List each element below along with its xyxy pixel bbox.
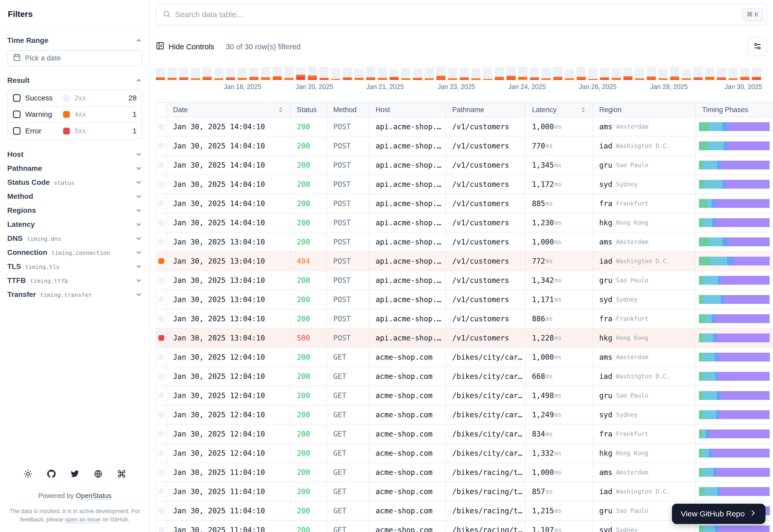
- header-date[interactable]: Date: [167, 103, 291, 117]
- histogram-bar[interactable]: [331, 67, 340, 80]
- table-row[interactable]: Jan 30, 2025 12:04:10200GETacme-shop.com…: [156, 444, 773, 463]
- openstatus-link[interactable]: OpenStatus: [76, 492, 111, 500]
- header-host[interactable]: Host: [369, 103, 446, 117]
- checkbox-success[interactable]: [13, 94, 21, 102]
- globe-icon[interactable]: [94, 469, 103, 478]
- header-region[interactable]: Region: [593, 103, 696, 117]
- table-row[interactable]: Jan 30, 2025 14:04:10200POSTapi.acme-sho…: [156, 213, 773, 233]
- checkbox-error[interactable]: [13, 127, 21, 135]
- result-filter-error[interactable]: Error5xx1: [8, 123, 142, 139]
- histogram-bar[interactable]: [553, 67, 562, 80]
- histogram-bar[interactable]: [261, 67, 270, 80]
- filter-section-host[interactable]: Host: [7, 147, 142, 161]
- histogram-bar[interactable]: [343, 67, 352, 80]
- header-latency[interactable]: Latency: [526, 103, 593, 117]
- table-row[interactable]: Jan 30, 2025 12:04:10200GETacme-shop.com…: [156, 386, 773, 405]
- histogram-bar[interactable]: [401, 67, 410, 80]
- header-method[interactable]: Method: [327, 103, 369, 117]
- header-status[interactable]: Status: [291, 103, 327, 117]
- date-picker-input[interactable]: Pick a date: [7, 50, 142, 66]
- histogram-bar[interactable]: [296, 67, 305, 80]
- view-github-repo-button[interactable]: View GitHub Repo: [672, 504, 765, 524]
- histogram-bar[interactable]: [390, 67, 399, 80]
- histogram-bar[interactable]: [506, 67, 515, 80]
- histogram-bar[interactable]: [413, 67, 422, 80]
- table-row[interactable]: Jan 30, 2025 12:04:10200GETacme-shop.com…: [156, 348, 773, 367]
- histogram-bar[interactable]: [740, 67, 749, 80]
- histogram-bar[interactable]: [191, 67, 200, 80]
- histogram-bar[interactable]: [576, 67, 586, 80]
- section-result[interactable]: Result: [7, 73, 142, 87]
- histogram-bar[interactable]: [530, 67, 539, 80]
- histogram-bar[interactable]: [378, 67, 387, 80]
- histogram-bar[interactable]: [425, 67, 434, 80]
- open-issue-link[interactable]: open an issue: [65, 516, 100, 523]
- histogram-bar[interactable]: [320, 67, 329, 80]
- histogram-bar[interactable]: [495, 67, 504, 80]
- histogram-bar[interactable]: [705, 67, 714, 80]
- histogram-bar[interactable]: [460, 67, 469, 80]
- histogram-bar[interactable]: [214, 67, 224, 80]
- histogram-bar[interactable]: [238, 67, 247, 80]
- histogram-bar[interactable]: [717, 67, 726, 80]
- hide-controls-button[interactable]: Hide Controls: [156, 42, 214, 52]
- histogram-bar[interactable]: [203, 67, 212, 80]
- histogram-bar[interactable]: [518, 67, 527, 80]
- table-row[interactable]: Jan 30, 2025 14:04:10200POSTapi.acme-sho…: [156, 156, 773, 175]
- histogram-bar[interactable]: [565, 67, 574, 80]
- histogram-bar[interactable]: [659, 67, 668, 80]
- table-row[interactable]: Jan 30, 2025 11:04:10200GETacme-shop.com…: [156, 463, 773, 482]
- header-pathname[interactable]: Pathname: [446, 103, 526, 117]
- table-row[interactable]: Jan 30, 2025 13:04:10404POSTapi.acme-sho…: [156, 252, 773, 271]
- histogram-bar[interactable]: [483, 67, 492, 80]
- table-row[interactable]: Jan 30, 2025 12:04:10200GETacme-shop.com…: [156, 405, 773, 425]
- github-icon[interactable]: [47, 469, 56, 478]
- table-row[interactable]: Jan 30, 2025 13:04:10200POSTapi.acme-sho…: [156, 233, 773, 252]
- histogram-bar[interactable]: [273, 67, 282, 80]
- table-row[interactable]: Jan 30, 2025 13:04:10200POSTapi.acme-sho…: [156, 271, 773, 290]
- filter-section-connection[interactable]: Connectiontiming.connection: [7, 245, 142, 260]
- command-icon[interactable]: [117, 469, 126, 478]
- filter-section-transfer[interactable]: Transfertiming.transfer: [7, 288, 142, 302]
- histogram-bar[interactable]: [694, 67, 703, 80]
- histogram-bar[interactable]: [752, 67, 761, 80]
- filter-section-ttfb[interactable]: TTFBtiming.ttfb: [7, 274, 142, 288]
- histogram-bar[interactable]: [285, 67, 294, 80]
- histogram-bar[interactable]: [588, 67, 598, 80]
- table-row[interactable]: Jan 30, 2025 14:04:10200POSTapi.acme-sho…: [156, 117, 773, 137]
- table-row[interactable]: Jan 30, 2025 14:04:10200POSTapi.acme-sho…: [156, 194, 773, 213]
- result-filter-warning[interactable]: Warning4xx1: [8, 106, 142, 123]
- table-row[interactable]: Jan 30, 2025 11:04:10200GETacme-shop.com…: [156, 482, 773, 501]
- histogram-bar[interactable]: [624, 67, 633, 80]
- table-row[interactable]: Jan 30, 2025 14:04:10200POSTapi.acme-sho…: [156, 137, 773, 156]
- filter-section-tls[interactable]: TLStiming.tls: [7, 260, 142, 274]
- histogram-bar[interactable]: [308, 67, 317, 80]
- histogram-bar[interactable]: [156, 67, 165, 80]
- search-input[interactable]: [175, 10, 738, 19]
- histogram-bar[interactable]: [366, 67, 375, 80]
- histogram-bar[interactable]: [612, 67, 621, 80]
- table-row[interactable]: Jan 30, 2025 13:04:10500POSTapi.acme-sho…: [156, 329, 773, 348]
- histogram-bar[interactable]: [448, 67, 457, 80]
- histogram-bar[interactable]: [635, 67, 644, 80]
- histogram-bar[interactable]: [729, 67, 738, 80]
- histogram-bar[interactable]: [682, 67, 691, 80]
- result-filter-success[interactable]: Success2xx28: [8, 90, 142, 106]
- histogram-bar[interactable]: [670, 67, 679, 80]
- filter-section-latency[interactable]: Latency: [7, 217, 142, 231]
- histogram-bar[interactable]: [436, 67, 445, 80]
- filter-section-dns[interactable]: DNStiming.dns: [7, 231, 142, 245]
- histogram-bar[interactable]: [226, 67, 235, 80]
- table-row[interactable]: Jan 30, 2025 12:04:10200GETacme-shop.com…: [156, 425, 773, 444]
- histogram-bar[interactable]: [249, 67, 259, 80]
- twitter-icon[interactable]: [70, 469, 79, 478]
- histogram-bar[interactable]: [179, 67, 188, 80]
- section-time-range[interactable]: Time Range: [7, 33, 142, 47]
- table-row[interactable]: Jan 30, 2025 14:04:10200POSTapi.acme-sho…: [156, 175, 773, 194]
- histogram-bar[interactable]: [541, 67, 551, 80]
- view-options-button[interactable]: [748, 37, 767, 56]
- theme-sun-icon[interactable]: [24, 469, 32, 478]
- histogram-bar[interactable]: [600, 67, 609, 80]
- table-row[interactable]: Jan 30, 2025 13:04:10200POSTapi.acme-sho…: [156, 290, 773, 309]
- histogram-bar[interactable]: [167, 67, 176, 80]
